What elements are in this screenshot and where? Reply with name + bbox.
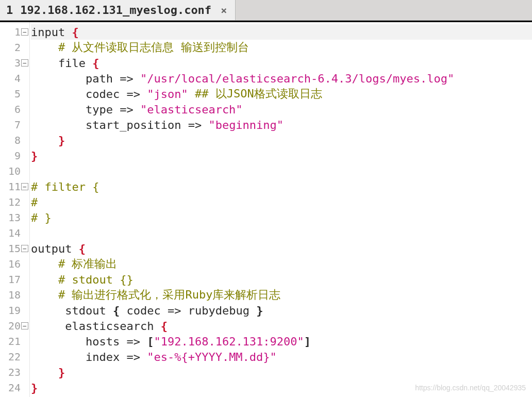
fold-spacer	[21, 44, 28, 51]
code-line[interactable]: }	[31, 365, 532, 380]
fold-spacer	[21, 384, 28, 391]
gutter-row: 10	[0, 163, 29, 179]
fold-spacer	[21, 121, 28, 128]
fold-spacer	[21, 276, 28, 283]
token-id: hosts	[31, 335, 126, 348]
fold-toggle-icon[interactable]: −	[21, 28, 28, 36]
token-id	[31, 366, 58, 379]
gutter-row: 14	[0, 225, 29, 241]
code-line[interactable]: # 输出进行格式化，采用Ruby库来解析日志	[31, 287, 532, 303]
code-line[interactable]: # 标准输出	[31, 256, 532, 272]
line-number: 9	[7, 150, 21, 162]
line-number: 18	[7, 289, 21, 301]
code-line[interactable]: }	[31, 148, 532, 163]
line-number: 3	[7, 57, 21, 69]
token-br: }	[31, 382, 38, 394]
code-line[interactable]: hosts => ["192.168.162.131:9200"]	[31, 334, 532, 349]
editor: 1−23−4567891011−12131415−1617181920−2122…	[0, 21, 532, 397]
code-line[interactable]: # filter {	[31, 179, 532, 194]
token-cmt: # stdout {}	[58, 273, 134, 286]
code-line[interactable]	[31, 163, 532, 179]
code-line[interactable]: # 从文件读取日志信息 输送到控制台	[31, 40, 532, 55]
token-br: {	[72, 26, 78, 39]
code-area[interactable]: input { # 从文件读取日志信息 输送到控制台 file { path =…	[30, 22, 532, 397]
fold-toggle-icon[interactable]: −	[21, 183, 28, 190]
gutter-row: 16	[0, 256, 29, 272]
token-cmt: ## 以JSON格式读取日志	[195, 86, 322, 102]
code-line[interactable]: index => "es-%{+YYYY.MM.dd}"	[31, 349, 532, 365]
code-line[interactable]: # stdout {}	[31, 272, 532, 287]
token-id: start_position	[31, 119, 188, 131]
fold-spacer	[21, 260, 28, 268]
token-id	[31, 134, 58, 147]
gutter-row: 7	[0, 117, 29, 133]
code-line[interactable]: file {	[31, 55, 532, 71]
code-line[interactable]: output {	[31, 241, 532, 256]
line-number: 11	[7, 180, 21, 193]
token-id: type	[31, 103, 120, 116]
code-line[interactable]: #	[31, 194, 532, 210]
code-line[interactable]: stdout { codec => rubydebug }	[31, 303, 532, 318]
token-br: {	[79, 242, 86, 255]
token-nbr: ]	[304, 335, 311, 348]
line-number: 16	[7, 258, 21, 270]
fold-spacer	[21, 198, 28, 206]
code-line[interactable]: start_position => "beginning"	[31, 117, 532, 133]
gutter-row: 6	[0, 102, 29, 117]
gutter-row: 13	[0, 210, 29, 225]
line-number: 17	[7, 273, 21, 286]
token-id: index	[31, 351, 126, 363]
close-icon[interactable]: ×	[221, 4, 227, 16]
token-br: {	[161, 320, 168, 333]
token-op: =>	[120, 72, 134, 85]
token-id	[31, 41, 58, 54]
token-str: "json"	[147, 88, 188, 101]
line-number: 5	[7, 88, 21, 100]
fold-toggle-icon[interactable]: −	[21, 59, 28, 67]
line-number: 7	[7, 119, 21, 131]
fold-toggle-icon[interactable]: −	[21, 245, 28, 252]
tab-title: 192.168.162.131_myeslog.conf	[20, 4, 211, 16]
code-line[interactable]: }	[31, 133, 532, 148]
code-line[interactable]: elasticsearch {	[31, 318, 532, 334]
code-line[interactable]: path => "/usr/local/elasticsearch-6.4.3/…	[31, 71, 532, 86]
token-cmt: # 从文件读取日志信息 输送到控制台	[58, 40, 249, 55]
token-cmt: # filter {	[31, 180, 99, 193]
token-br: }	[58, 134, 65, 147]
fold-spacer	[21, 106, 28, 113]
code-line[interactable]: codec => "json" ## 以JSON格式读取日志	[31, 86, 532, 102]
line-number: 14	[7, 227, 21, 239]
tab-bar: 1 192.168.162.131_myeslog.conf ×	[0, 0, 532, 21]
token-kw: input	[31, 26, 72, 39]
fold-spacer	[21, 90, 28, 97]
fold-toggle-icon[interactable]: −	[21, 322, 28, 329]
token-op: =>	[188, 119, 202, 131]
fold-spacer	[21, 168, 28, 175]
token-id: codec	[31, 88, 126, 101]
gutter-row: 8	[0, 133, 29, 148]
token-br: }	[31, 150, 38, 162]
token-br: }	[58, 366, 65, 379]
code-line[interactable]	[31, 225, 532, 241]
token-id	[31, 273, 58, 286]
gutter-row: 9	[0, 148, 29, 163]
line-number: 6	[7, 103, 21, 115]
gutter-row: 18	[0, 287, 29, 303]
token-id	[140, 351, 147, 363]
gutter-row: 22	[0, 349, 29, 365]
gutter-row: 11−	[0, 179, 29, 194]
token-id: codec	[120, 304, 168, 317]
token-id	[134, 72, 140, 85]
code-line[interactable]: # }	[31, 210, 532, 225]
token-id	[140, 88, 147, 101]
line-number: 19	[7, 304, 21, 317]
gutter-row: 2	[0, 40, 29, 55]
token-str: "beginning"	[208, 119, 284, 131]
token-cmt: # 输出进行格式化，采用Ruby库来解析日志	[58, 287, 280, 303]
gutter-row: 3−	[0, 55, 29, 71]
code-line[interactable]: type => "elasticsearch"	[31, 102, 532, 117]
file-tab[interactable]: 1 192.168.162.131_myeslog.conf ×	[0, 0, 236, 20]
gutter-row: 23	[0, 365, 29, 380]
gutter-row: 5	[0, 86, 29, 102]
code-line[interactable]: input {	[31, 24, 532, 40]
